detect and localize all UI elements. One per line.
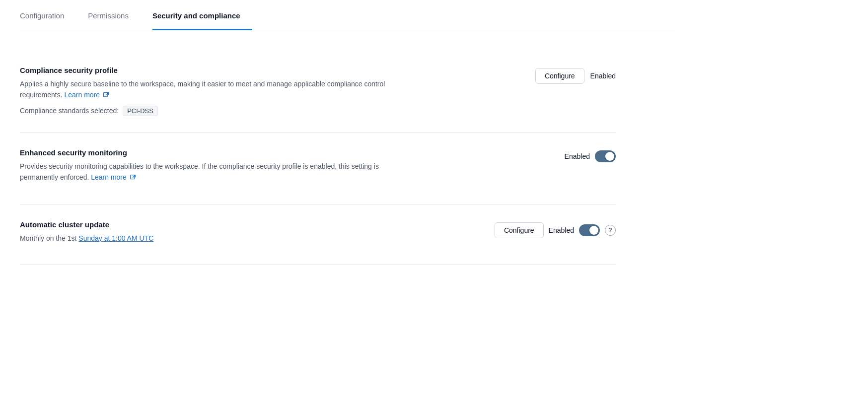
section-left: Enhanced security monitoring Provides se… xyxy=(20,148,392,188)
section-right: Configure Enabled xyxy=(535,66,616,84)
section-left: Automatic cluster update Monthly on the … xyxy=(20,220,392,249)
tabs-container: Configuration Permissions Security and c… xyxy=(20,0,675,30)
enhanced-security-monitoring-section: Enhanced security monitoring Provides se… xyxy=(20,133,616,204)
schedule-description: Monthly on the 1st Sunday at 1:00 AM UTC xyxy=(20,233,392,244)
enhanced-monitoring-toggle[interactable] xyxy=(595,150,616,162)
learn-more-link[interactable]: Learn more xyxy=(91,173,136,181)
tab-configuration[interactable]: Configuration xyxy=(20,0,76,30)
section-description: Provides security monitoring capabilitie… xyxy=(20,161,392,183)
compliance-standards: Compliance standards selected: PCI-DSS xyxy=(20,106,392,116)
tab-security[interactable]: Security and compliance xyxy=(152,0,252,30)
pci-dss-badge: PCI-DSS xyxy=(123,106,158,116)
tab-permissions[interactable]: Permissions xyxy=(88,0,141,30)
page-content: Compliance security profile Applies a hi… xyxy=(20,30,616,265)
section-left: Compliance security profile Applies a hi… xyxy=(20,66,392,116)
automatic-cluster-update-section: Automatic cluster update Monthly on the … xyxy=(20,204,616,265)
status-label: Enabled xyxy=(549,226,574,234)
status-label: Enabled xyxy=(590,72,616,80)
section-title: Automatic cluster update xyxy=(20,220,392,229)
cluster-update-toggle[interactable] xyxy=(579,224,600,236)
svg-rect-1 xyxy=(130,175,134,179)
svg-rect-0 xyxy=(104,93,108,97)
toggle-thumb xyxy=(589,226,598,235)
section-description: Applies a highly secure baseline to the … xyxy=(20,78,392,101)
external-link-icon xyxy=(103,92,109,98)
toggle-track xyxy=(579,224,600,236)
schedule-link[interactable]: Sunday at 1:00 AM UTC xyxy=(78,234,153,242)
status-label: Enabled xyxy=(565,152,590,160)
section-right: Configure Enabled ? xyxy=(495,220,616,238)
help-icon[interactable]: ? xyxy=(605,225,616,236)
configure-button[interactable]: Configure xyxy=(535,68,584,84)
external-link-icon xyxy=(130,174,136,181)
section-title: Enhanced security monitoring xyxy=(20,148,392,157)
section-title: Compliance security profile xyxy=(20,66,392,74)
section-right: Enabled xyxy=(565,148,616,162)
toggle-thumb xyxy=(605,152,614,161)
learn-more-link[interactable]: Learn more xyxy=(64,91,109,99)
toggle-track xyxy=(595,150,616,162)
compliance-security-profile-section: Compliance security profile Applies a hi… xyxy=(20,50,616,133)
configure-button[interactable]: Configure xyxy=(495,222,544,238)
